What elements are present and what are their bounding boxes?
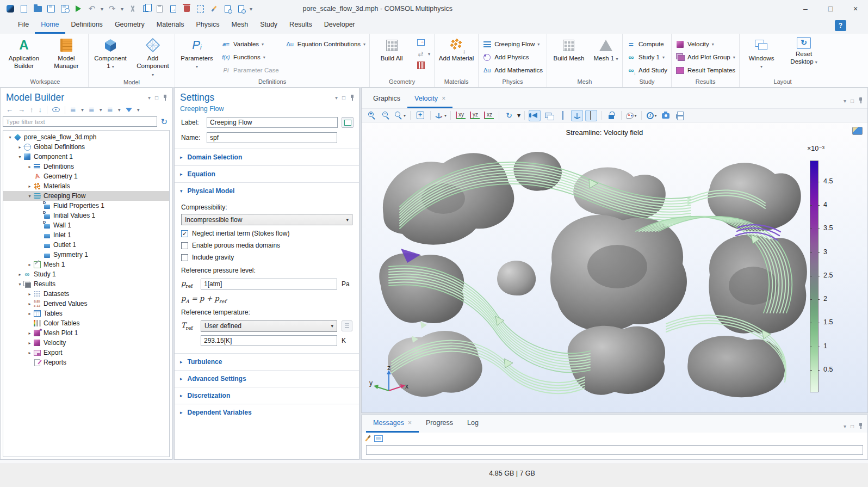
virtual-operations-button[interactable]	[416, 61, 430, 70]
zoom-in-icon[interactable]: +	[366, 110, 378, 121]
collapse-all-icon[interactable]	[89, 106, 95, 114]
creeping-flow-ribbon-button[interactable]: Creeping Flow ▾	[482, 40, 543, 48]
reset-desktop-button[interactable]: Reset Desktop ▾	[786, 36, 822, 66]
panel-pin-icon[interactable]	[350, 95, 355, 101]
tree-item-reports[interactable]: Reports	[3, 357, 169, 367]
add-study-button[interactable]: Add Study	[627, 66, 667, 75]
checkbox-neglect-inertial[interactable]: ✓ Neglect inertial term (Stokes flow)	[181, 227, 352, 239]
menu-materials[interactable]: Materials	[151, 18, 190, 34]
node-order-icon[interactable]	[107, 106, 113, 114]
streamline-plot[interactable]	[362, 122, 867, 412]
add-physics-button[interactable]: Add Physics	[482, 53, 543, 61]
back-icon[interactable]: ←	[6, 106, 13, 114]
open-file-icon[interactable]	[33, 4, 42, 14]
rotate-view-icon[interactable]	[503, 110, 515, 121]
save-as-icon[interactable]	[60, 4, 70, 14]
undo-dropdown-icon[interactable]: ▾	[101, 6, 103, 12]
zoom-extents-icon[interactable]	[414, 110, 426, 121]
duplicate-icon[interactable]	[168, 4, 178, 14]
view-xz-icon[interactable]: xz	[483, 110, 495, 121]
section-dependent-variables[interactable]: ▸Dependent Variables	[175, 404, 359, 421]
filter-input[interactable]	[3, 116, 157, 127]
tree-item-outlet-1[interactable]: Outlet 1	[3, 240, 169, 250]
import-geometry-button[interactable]	[416, 38, 430, 47]
model-manager-button[interactable]: Model Manager	[48, 36, 84, 70]
study-1-button[interactable]: Study 1 ▾	[627, 53, 667, 61]
section-physical-model[interactable]: ▾Physical Model	[175, 182, 359, 199]
tree-item-materials[interactable]: ▸Materials	[3, 181, 169, 191]
compressibility-select[interactable]: Incompressible flow ▾	[181, 214, 352, 225]
tree-item-global-definitions[interactable]: ▸Global Definitions	[3, 142, 169, 152]
mesh-1-button[interactable]: Mesh 1 ▾	[593, 36, 618, 62]
image-snapshot-icon[interactable]	[660, 110, 672, 121]
tab-velocity[interactable]: Velocity×	[407, 90, 452, 108]
lock-view-icon[interactable]	[605, 110, 617, 121]
result-templates-button[interactable]: Result Templates	[675, 66, 735, 75]
tree-item-velocity[interactable]: ▸Velocity	[3, 338, 169, 348]
panel-menu-icon[interactable]: ▾	[844, 423, 846, 429]
section-advanced-settings[interactable]: ▸Advanced Settings	[175, 370, 359, 387]
toolbar-overflow-icon[interactable]: ▾	[250, 6, 252, 12]
reference-temperature-select[interactable]: User defined ▾	[201, 320, 337, 332]
help-button[interactable]: ?	[835, 20, 846, 31]
select-box-icon[interactable]	[195, 4, 205, 14]
redo-icon[interactable]: ↷	[107, 4, 117, 14]
menu-results[interactable]: Results	[283, 18, 318, 34]
cut-icon[interactable]	[127, 4, 137, 14]
reference-pressure-input[interactable]	[201, 279, 337, 289]
refresh-icon[interactable]: ↻	[160, 117, 168, 127]
add-mathematics-button[interactable]: Add Mathematics	[482, 66, 543, 75]
panel-float-icon[interactable]: □	[851, 423, 854, 429]
color-theme-icon[interactable]: ▾	[625, 110, 637, 121]
tree-item-color-tables[interactable]: Color Tables	[3, 318, 169, 328]
section-domain-selection[interactable]: ▸Domain Selection	[175, 149, 359, 165]
redo-dropdown-icon[interactable]: ▾	[121, 6, 123, 12]
scene-light-toggle[interactable]	[529, 110, 541, 121]
section-equation[interactable]: ▸Equation	[175, 165, 359, 182]
paste-icon[interactable]	[154, 4, 164, 14]
message-table-icon[interactable]	[374, 435, 383, 442]
menu-geometry[interactable]: Geometry	[109, 18, 151, 34]
panel-menu-icon[interactable]: ▾	[844, 98, 846, 104]
tree-item-definitions[interactable]: ▸Definitions	[3, 162, 169, 171]
panel-float-icon[interactable]: □	[851, 98, 854, 104]
maximize-button[interactable]: □	[818, 0, 843, 17]
rebuild-button[interactable]: ▾	[416, 50, 430, 58]
menu-physics[interactable]: Physics	[190, 18, 225, 34]
tab-log[interactable]: Log	[460, 415, 486, 433]
minimize-button[interactable]: –	[793, 0, 818, 17]
add-component-button[interactable]: Add Component ▾	[135, 36, 171, 78]
velocity-ribbon-button[interactable]: Velocity ▾	[675, 40, 735, 48]
application-builder-button[interactable]: Application Builder	[6, 36, 42, 70]
tab-graphics[interactable]: Graphics	[366, 90, 407, 108]
name-input[interactable]	[207, 132, 337, 143]
tree-item-inlet-1[interactable]: Inlet 1	[3, 230, 169, 240]
show-icon[interactable]	[52, 107, 60, 112]
find-replace-icon[interactable]	[236, 4, 246, 14]
panel-menu-icon[interactable]: ▾	[148, 95, 151, 101]
plot-thumbnail-icon[interactable]	[852, 127, 863, 135]
run-icon[interactable]	[73, 4, 83, 14]
menu-definitions[interactable]: Definitions	[65, 18, 109, 34]
section-turbulence[interactable]: ▸Turbulence	[175, 353, 359, 370]
clear-selection-icon[interactable]	[209, 4, 219, 14]
tree-item-wall-1[interactable]: Wall 1	[3, 220, 169, 230]
tree-item-root[interactable]: ▾pore_scale_flow_3d.mph	[3, 132, 169, 142]
undo-icon[interactable]: ↶	[87, 4, 97, 14]
delete-icon[interactable]	[182, 4, 191, 14]
graphics-canvas[interactable]: Streamline: Velocity field ×10⁻³ 4.5 4 3…	[362, 122, 867, 412]
panel-menu-icon[interactable]: ▾	[335, 95, 338, 101]
menu-mesh[interactable]: Mesh	[226, 18, 255, 34]
panel-float-icon[interactable]: □	[155, 95, 158, 101]
windows-button[interactable]: Windows▾	[743, 36, 779, 70]
zoom-out-icon[interactable]: −	[380, 110, 392, 121]
find-icon[interactable]	[222, 4, 232, 14]
component-1-button[interactable]: Component 1 ▾	[92, 36, 128, 70]
menu-home[interactable]: Home	[35, 18, 65, 34]
new-file-icon[interactable]	[19, 4, 29, 14]
axis-orientation-toggle[interactable]	[571, 110, 583, 121]
add-plot-group-button[interactable]: Add Plot Group ▾	[675, 53, 735, 61]
color-legend-toggle[interactable]	[585, 110, 597, 121]
tree-item-study-1[interactable]: ▸Study 1	[3, 269, 169, 279]
save-icon[interactable]	[46, 4, 56, 14]
